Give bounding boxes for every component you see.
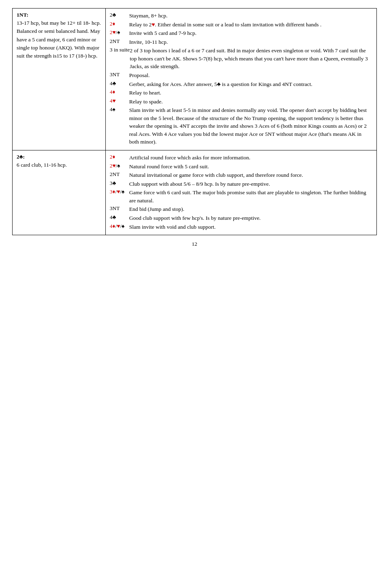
bid-code-0-8: 4♥ [110, 98, 129, 104]
bid-row-0-1: 2♦Relay to 2♥. Either denial in some sui… [110, 21, 372, 29]
bid-code-1-6: 4♣ [110, 214, 129, 221]
bid-row-0-7: 4♦Relay to heart. [110, 89, 372, 97]
left-cell-1: 2♣: 6 card club, 11-16 hcp. [13, 150, 106, 235]
bid-desc-1-0: Artificial round force which asks for mo… [129, 154, 372, 162]
bid-row-0-0: 2♣Stayman, 8+ hcp. [110, 12, 372, 20]
bid-desc-0-9: Slam invite with at least 5-5 in minor a… [129, 106, 372, 146]
bid-code-0-7: 4♦ [110, 89, 129, 95]
left-cell-0: 1NT: 13-17 hcp, but may be 12+ til 18- h… [13, 9, 106, 150]
bid-row-0-5: 3NTProposal. [110, 71, 372, 79]
bid-code-0-3: 2NT [110, 38, 129, 45]
bid-row-1-2: 2NTNatural invitational or game force wi… [110, 171, 372, 179]
left-body-1: 6 card club, 11-16 hcp. [17, 161, 101, 169]
bid-row-0-9: 4♠Slam invite with at least 5-5 in minor… [110, 106, 372, 146]
bid-desc-0-0: Stayman, 8+ hcp. [129, 12, 372, 20]
bid-desc-0-5: Proposal. [129, 71, 372, 79]
bid-row-0-3: 2NTInvite, 10-11 hcp. [110, 38, 372, 46]
bid-code-1-7: 4♦/♥/♠ [110, 223, 129, 230]
bid-code-1-3: 3♣ [110, 180, 129, 187]
bid-code-1-5: 3NT [110, 205, 129, 212]
bid-desc-0-7: Relay to heart. [129, 89, 372, 97]
bid-desc-1-5: End bid (Jump and stop). [129, 205, 372, 213]
bid-desc-0-2: Invite with 5 card and 7-9 hcp. [129, 29, 372, 37]
bid-desc-0-4: 2 of 3 top honors i lead of a 6 or 7 car… [130, 47, 372, 71]
bid-code-0-1: 2♦ [110, 21, 129, 27]
bid-desc-0-8: Relay to spade. [129, 98, 372, 106]
bid-desc-1-4: Game force with 6 card suit. The major b… [129, 189, 372, 204]
bid-row-1-6: 4♣Good club support with few hcp's. Is b… [110, 214, 372, 222]
bid-row-1-4: 3♦/♥/♠Game force with 6 card suit. The m… [110, 189, 372, 204]
bid-code-1-0: 2♦ [110, 154, 129, 160]
table-row-0: 1NT: 13-17 hcp, but may be 12+ til 18- h… [13, 9, 377, 150]
bid-row-0-2: 2♥/♠Invite with 5 card and 7-9 hcp. [110, 29, 372, 37]
bid-desc-0-3: Invite, 10-11 hcp. [129, 38, 372, 46]
bid-desc-0-6: Gerber, asking for Aces. After answer, 5… [129, 80, 372, 88]
bid-code-0-0: 2♣ [110, 12, 129, 18]
bid-desc-1-1: Natural round force with 5 card suit. [129, 163, 372, 171]
main-table: 1NT: 13-17 hcp, but may be 12+ til 18- h… [12, 8, 377, 235]
bid-code-0-2: 2♥/♠ [110, 29, 129, 36]
bid-row-0-4: 3 in suite2 of 3 top honors i lead of a … [110, 47, 372, 71]
bid-desc-1-7: Slam invite with void and club support. [129, 223, 372, 231]
bid-desc-1-6: Good club support with few hcp's. Is by … [129, 214, 372, 222]
bid-row-1-7: 4♦/♥/♠Slam invite with void and club sup… [110, 223, 372, 231]
page-number: 12 [12, 241, 377, 247]
bid-desc-1-3: Club support with about 5/6 – 8/9 hcp. I… [129, 180, 372, 188]
bid-desc-1-2: Natural invitational or game force with … [129, 171, 372, 179]
bid-row-1-0: 2♦Artificial round force which asks for … [110, 154, 372, 162]
bid-row-1-3: 3♣Club support with about 5/6 – 8/9 hcp.… [110, 180, 372, 188]
right-cell-0: 2♣Stayman, 8+ hcp.2♦Relay to 2♥. Either … [105, 9, 376, 150]
left-label-0: 1NT: [17, 12, 28, 18]
bid-desc-0-1: Relay to 2♥. Either denial in some suit … [129, 21, 372, 29]
right-cell-1: 2♦Artificial round force which asks for … [105, 150, 376, 235]
bid-code-1-4: 3♦/♥/♠ [110, 189, 129, 195]
bid-row-1-5: 3NTEnd bid (Jump and stop). [110, 205, 372, 213]
left-label-1: 2♣: [17, 154, 25, 160]
table-row-1: 2♣: 6 card club, 11-16 hcp.2♦Artificial … [13, 150, 377, 235]
bid-row-1-1: 2♥/♠Natural round force with 5 card suit… [110, 163, 372, 171]
bid-code-0-5: 3NT [110, 71, 129, 78]
bid-code-1-1: 2♥/♠ [110, 163, 129, 169]
bid-code-0-9: 4♠ [110, 106, 129, 113]
bid-row-0-8: 4♥Relay to spade. [110, 98, 372, 106]
left-body-0: 13-17 hcp, but may be 12+ til 18- hcp. B… [17, 19, 101, 60]
bid-code-1-2: 2NT [110, 171, 129, 178]
bid-code-0-6: 4♣ [110, 80, 129, 87]
bid-row-0-6: 4♣Gerber, asking for Aces. After answer,… [110, 80, 372, 88]
bid-code-0-4: 3 in suite [110, 47, 130, 53]
